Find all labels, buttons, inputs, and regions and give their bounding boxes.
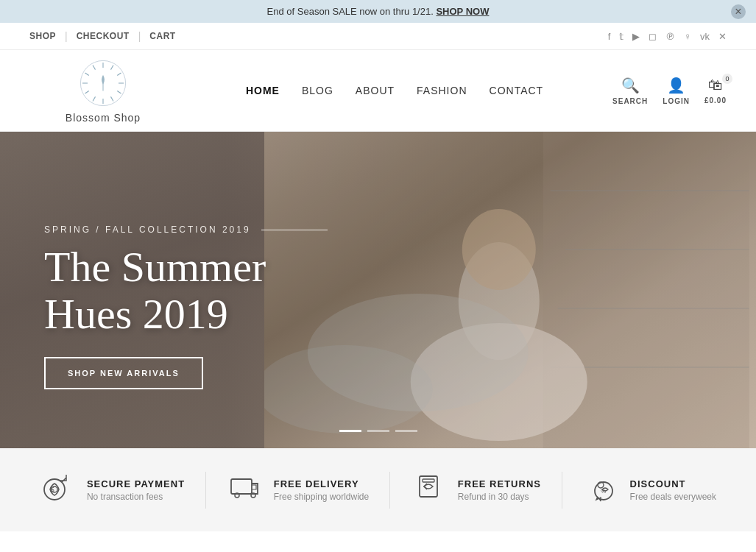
feature-secure-title: SECURE PAYMENT: [87, 478, 185, 489]
feature-free-returns: FREE RETURNS Refund in 30 days: [411, 469, 541, 511]
vk-icon[interactable]: vk: [700, 31, 710, 42]
svg-text:$: $: [50, 486, 54, 494]
logo-text: Blossom Shop: [66, 112, 141, 124]
hero-indicators: [339, 430, 417, 432]
discount-icon: %: [583, 469, 618, 511]
announcement-link[interactable]: SHOP NOW: [436, 6, 489, 17]
search-label: SEARCH: [612, 97, 648, 105]
x-icon[interactable]: ✕: [718, 31, 727, 42]
svg-text:%: %: [601, 488, 606, 495]
svg-line-11: [85, 73, 89, 76]
twitter-icon[interactable]: 𝕥: [619, 31, 623, 42]
svg-line-6: [111, 96, 114, 101]
ok-icon[interactable]: ♀: [684, 31, 691, 42]
feature-delivery-subtitle: Free shipping worldwide: [274, 492, 369, 502]
secondary-nav-shop[interactable]: SHOP: [29, 31, 65, 41]
cart-badge: 0: [722, 74, 732, 84]
nav-fashion[interactable]: FASHION: [417, 85, 467, 96]
hero-content: SPRING / FALL COLLECTION 2019 The Summer…: [44, 224, 328, 389]
feature-discount: % DISCOUNT Free deals everyweek: [583, 469, 716, 511]
hero-title: The Summer Hues 2019: [44, 244, 328, 338]
social-icons: f 𝕥 ▶ ◻ ℗ ♀ vk ✕: [608, 31, 727, 42]
logo-icon: [77, 57, 129, 109]
user-icon: 👤: [667, 77, 685, 94]
logo-area[interactable]: Blossom Shop: [29, 57, 177, 124]
close-icon[interactable]: ×: [731, 4, 746, 19]
svg-line-5: [117, 91, 121, 94]
cart-action[interactable]: 🛍 0 £0.00: [704, 77, 727, 105]
svg-line-8: [93, 96, 96, 101]
svg-line-2: [111, 66, 114, 70]
secondary-nav-cart[interactable]: CART: [141, 31, 184, 41]
free-delivery-icon: [227, 469, 262, 511]
nav-home[interactable]: HOME: [246, 85, 280, 96]
feature-divider-3: [562, 472, 562, 509]
nav-blog[interactable]: BLOG: [302, 85, 333, 96]
hero-subtitle-line: [261, 230, 328, 230]
feature-divider-1: [205, 472, 206, 509]
nav-contact[interactable]: CONTACT: [490, 85, 544, 96]
main-header: Blossom Shop HOME BLOG ABOUT FASHION CON…: [0, 50, 756, 132]
features-bar: $ SECURE PAYMENT No transaction fees FRE…: [0, 448, 756, 531]
secondary-nav-checkout[interactable]: CHECKOUT: [68, 31, 138, 41]
pinterest-icon[interactable]: ℗: [665, 31, 675, 42]
search-action[interactable]: 🔍 SEARCH: [612, 77, 648, 105]
login-action[interactable]: 👤 LOGIN: [663, 77, 690, 105]
youtube-icon[interactable]: ▶: [632, 31, 640, 42]
cart-total: £0.00: [704, 96, 727, 105]
svg-point-21: [462, 209, 536, 290]
feature-secure-payment: $ SECURE PAYMENT No transaction fees: [40, 469, 185, 511]
main-nav: HOME BLOG ABOUT FASHION CONTACT: [177, 85, 612, 96]
feature-delivery-text: FREE DELIVERY Free shipping worldwide: [274, 478, 369, 502]
announcement-text: End of Season SALE now on thru 1/21.: [267, 6, 434, 17]
svg-point-24: [44, 479, 65, 500]
nav-about[interactable]: ABOUT: [356, 85, 395, 96]
secondary-nav: SHOP | CHECKOUT | CART f 𝕥 ▶ ◻ ℗ ♀ vk ✕: [0, 23, 756, 50]
secure-payment-icon: $: [40, 469, 75, 511]
feature-returns-subtitle: Refund in 30 days: [458, 492, 541, 502]
feature-discount-subtitle: Free deals everyweek: [630, 492, 716, 502]
hero-cta-button[interactable]: SHOP NEW ARRIVALS: [44, 357, 203, 389]
feature-delivery-title: FREE DELIVERY: [274, 478, 369, 489]
feature-returns-text: FREE RETURNS Refund in 30 days: [458, 478, 541, 502]
feature-divider-2: [389, 472, 390, 509]
login-label: LOGIN: [663, 97, 690, 105]
hero-subtitle: SPRING / FALL COLLECTION 2019: [44, 224, 328, 235]
svg-rect-31: [423, 479, 434, 482]
feature-returns-title: FREE RETURNS: [458, 478, 541, 489]
feature-secure-subtitle: No transaction fees: [87, 492, 185, 502]
free-returns-icon: [411, 469, 446, 511]
svg-rect-27: [231, 479, 252, 494]
hero-image: [264, 132, 756, 448]
instagram-icon[interactable]: ◻: [649, 31, 657, 42]
feature-discount-title: DISCOUNT: [630, 478, 716, 489]
indicator-3[interactable]: [395, 430, 417, 432]
header-actions: 🔍 SEARCH 👤 LOGIN 🛍 0 £0.00: [612, 77, 727, 105]
announcement-bar: End of Season SALE now on thru 1/21. SHO…: [0, 0, 756, 23]
feature-free-delivery: FREE DELIVERY Free shipping worldwide: [227, 469, 369, 511]
indicator-1[interactable]: [339, 430, 361, 432]
svg-line-9: [85, 91, 89, 94]
hero-section: SPRING / FALL COLLECTION 2019 The Summer…: [0, 132, 756, 448]
feature-discount-text: DISCOUNT Free deals everyweek: [630, 478, 716, 502]
svg-line-12: [93, 66, 96, 70]
cart-icon: 🛍: [708, 77, 723, 93]
secondary-nav-links: SHOP | CHECKOUT | CART: [29, 30, 185, 42]
feature-secure-text: SECURE PAYMENT No transaction fees: [87, 478, 185, 502]
search-icon: 🔍: [621, 77, 640, 94]
svg-line-3: [117, 73, 121, 76]
indicator-2[interactable]: [367, 430, 389, 432]
facebook-icon[interactable]: f: [608, 31, 611, 42]
